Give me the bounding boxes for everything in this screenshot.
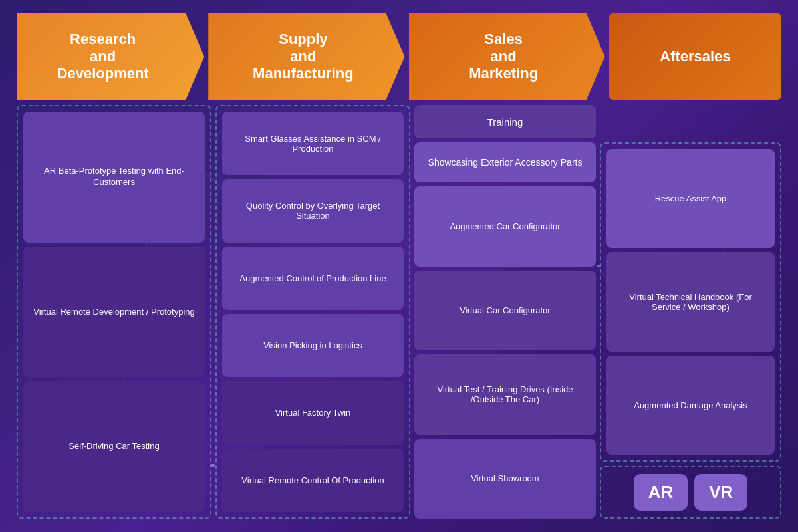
header-research: ResearchandDevelopment [17, 13, 204, 100]
ar-vr-section: AR VR [600, 466, 781, 519]
header-aftersales: Aftersales [609, 13, 781, 100]
card-vision-picking: Vision Picking in Logistics [222, 314, 404, 377]
content-area: AR Beta-Prototype Testing with End-Custo… [17, 105, 781, 519]
vr-badge: VR [694, 474, 747, 511]
col-aftersales: Rescue Assist App Virtual Technical Hand… [600, 105, 781, 519]
card-augmented-car: Augmented Car Configurator [414, 186, 596, 267]
header-sales-label: SalesandMarketing [469, 31, 538, 82]
card-virtual-showroom: Virtual Showroom [414, 439, 596, 519]
card-rescue: Rescue Assist App [606, 149, 775, 248]
ar-badge: AR [634, 474, 688, 511]
card-ar-beta: AR Beta-Prototype Testing with End-Custo… [23, 112, 205, 243]
header-research-label: ResearchandDevelopment [57, 31, 149, 82]
header-supply: SupplyandManufacturing [208, 13, 404, 100]
card-quality-control: Quolity Control by Overlying Target Situ… [222, 179, 404, 242]
header-row: ResearchandDevelopment SupplyandManufact… [17, 13, 781, 100]
card-virtual-remote-control: Virtual Remote Control Of Production [222, 449, 404, 512]
card-virtual-car: Virtual Car Configurator [414, 271, 596, 351]
header-aftersales-label: Aftersales [660, 48, 730, 65]
col-research: AR Beta-Prototype Testing with End-Custo… [17, 105, 211, 519]
col-supply: Smart Glasses Assistance in SCM / Produc… [215, 105, 410, 519]
header-supply-label: SupplyandManufacturing [253, 31, 354, 82]
aftersales-group: Rescue Assist App Virtual Technical Hand… [600, 142, 781, 462]
card-showcasing: Showcasing Exterior Accessory Parts [414, 142, 596, 182]
card-augmented-damage: Augmented Damage Analysis [606, 356, 775, 455]
header-sales: SalesandMarketing [409, 13, 605, 100]
card-virtual-handbook: Virtual Technical Handbook (For Service … [606, 252, 775, 351]
card-virtual-remote-dev: Virtual Remote Development / Prototyping [23, 247, 205, 378]
card-virtual-test: Virtual Test / Training Drives (Inside /… [414, 354, 596, 435]
card-training: Training [414, 105, 596, 138]
card-self-driving: Self-Driving Car Testing [23, 381, 205, 512]
card-virtual-factory: Virtual Factory Twin [222, 381, 404, 444]
card-smart-glasses: Smart Glasses Assistance in SCM / Produc… [222, 112, 404, 175]
card-augmented-control: Augmented Control of Production Line [222, 247, 404, 310]
col-sales: Training Showcasing Exterior Accessory P… [414, 105, 596, 519]
